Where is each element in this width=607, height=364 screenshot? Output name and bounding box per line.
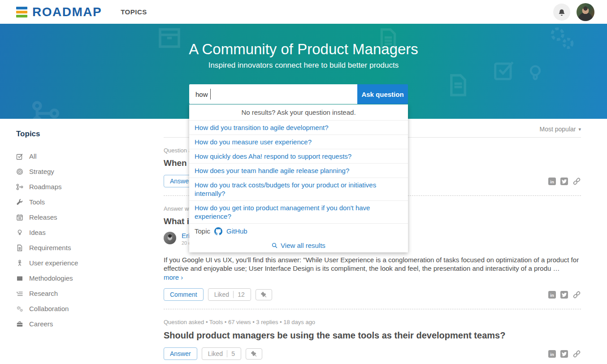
- bell-icon: [558, 9, 565, 16]
- nav-topics-link[interactable]: TOPICS: [121, 8, 147, 16]
- pin-button[interactable]: [256, 289, 272, 300]
- user-avatar[interactable]: [577, 3, 594, 21]
- divider: [164, 309, 581, 309]
- suggestion-item[interactable]: How do you measure user experience?: [189, 134, 408, 149]
- hero-title: A Community of Product Managers: [0, 24, 607, 58]
- answer-button[interactable]: Answer: [164, 347, 197, 360]
- suggestion-item[interactable]: How did you transition to agile developm…: [189, 120, 408, 134]
- logo-bars-icon: [16, 7, 27, 17]
- topics-sidebar: Topics All Strategy Roadmaps Tools Relea…: [16, 119, 164, 364]
- liked-button[interactable]: Liked 12: [208, 288, 251, 301]
- search-suggestions-dropdown: No results? Ask your question instead. H…: [189, 104, 408, 252]
- sidebar-item-collaboration[interactable]: Collaboration: [16, 304, 164, 313]
- hero-subtitle: Inspired innovators connect here to buil…: [0, 61, 607, 70]
- linkedin-share-icon[interactable]: in: [548, 350, 556, 358]
- sidebar-item-careers[interactable]: Careers: [16, 320, 164, 328]
- suggestion-item[interactable]: How does your team handle agile release …: [189, 163, 408, 178]
- search-input[interactable]: [189, 84, 357, 104]
- question-item: Question asked • Tools • 67 views • 3 re…: [164, 319, 581, 364]
- author-avatar[interactable]: [164, 232, 176, 244]
- twitter-share-icon[interactable]: [560, 178, 568, 185]
- linkedin-share-icon[interactable]: in: [548, 178, 556, 185]
- document-icon: [16, 244, 23, 251]
- sidebar-item-all[interactable]: All: [16, 152, 164, 160]
- wrench-icon: [16, 199, 23, 206]
- link-share-icon[interactable]: [572, 290, 581, 299]
- more-link[interactable]: more ›: [164, 273, 581, 282]
- search-overlay: Ask question No results? Ask your questi…: [189, 84, 408, 252]
- view-all-results-link[interactable]: View all results: [189, 238, 408, 252]
- gears-icon: [16, 305, 23, 312]
- link-share-icon[interactable]: [572, 350, 581, 358]
- svg-text:in: in: [550, 351, 554, 356]
- ask-question-button[interactable]: Ask question: [357, 84, 408, 104]
- brand-name: ROADMAP: [32, 5, 102, 19]
- list-icon: [16, 290, 23, 297]
- sidebar-item-tools[interactable]: Tools: [16, 198, 164, 206]
- target-icon: [16, 168, 23, 175]
- like-count: 5: [227, 350, 235, 357]
- search-icon: [272, 243, 278, 249]
- sidebar-item-releases[interactable]: Releases: [16, 213, 164, 221]
- calendar-icon: [16, 214, 23, 221]
- question-meta: Question asked • Tools • 67 views • 3 re…: [164, 319, 581, 325]
- linkedin-share-icon[interactable]: in: [548, 291, 556, 299]
- topic-github-link[interactable]: GitHub: [226, 227, 247, 235]
- answer-excerpt: If you Google UI vs UX, you'll find this…: [164, 256, 581, 273]
- sidebar-heading: Topics: [16, 130, 164, 139]
- sidebar-item-requirements[interactable]: Requirements: [16, 243, 164, 252]
- github-icon: [214, 227, 222, 235]
- hero-bg-roadmap-icon: [31, 99, 60, 119]
- twitter-share-icon[interactable]: [560, 350, 568, 358]
- svg-text:in: in: [550, 292, 554, 297]
- briefcase-icon: [16, 321, 23, 328]
- person-icon: [16, 260, 23, 267]
- text-cursor: [210, 89, 211, 100]
- roadmap-logo[interactable]: ROADMAP: [16, 5, 102, 19]
- chevron-down-icon: ▾: [578, 126, 581, 132]
- lightbulb-icon: [16, 229, 23, 236]
- question-title[interactable]: Should product managers be using the sam…: [164, 330, 581, 341]
- pin-icon: [251, 351, 257, 357]
- pin-icon: [261, 292, 267, 298]
- liked-button[interactable]: Liked 5: [202, 347, 241, 360]
- sidebar-item-methodologies[interactable]: Methodologies: [16, 274, 164, 282]
- twitter-share-icon[interactable]: [560, 291, 568, 299]
- sidebar-item-research[interactable]: Research: [16, 289, 164, 298]
- like-count: 12: [233, 291, 245, 298]
- no-results-hint: No results? Ask your question instead.: [189, 104, 408, 120]
- notifications-button[interactable]: [553, 4, 570, 21]
- sidebar-item-roadmaps[interactable]: Roadmaps: [16, 182, 164, 191]
- suggestion-item[interactable]: How do you track costs/budgets for your …: [189, 178, 408, 200]
- pin-button[interactable]: [246, 348, 262, 360]
- comment-button[interactable]: Comment: [164, 288, 204, 301]
- sidebar-item-strategy[interactable]: Strategy: [16, 167, 164, 176]
- checkbox-icon: [16, 153, 23, 160]
- suggestion-item[interactable]: How do you get into product management i…: [189, 200, 408, 223]
- archive-icon: [16, 275, 23, 282]
- suggestion-item[interactable]: How quickly does Aha! respond to support…: [189, 149, 408, 163]
- top-nav: ROADMAP TOPICS: [0, 0, 607, 24]
- hero-bg-document-icon: [446, 73, 470, 99]
- sidebar-item-user-experience[interactable]: User experience: [16, 259, 164, 267]
- sidebar-item-ideas[interactable]: Ideas: [16, 228, 164, 237]
- link-share-icon[interactable]: [572, 177, 581, 186]
- topic-label: Topic: [195, 227, 210, 235]
- roadmap-icon: [16, 183, 23, 191]
- svg-text:in: in: [550, 179, 554, 184]
